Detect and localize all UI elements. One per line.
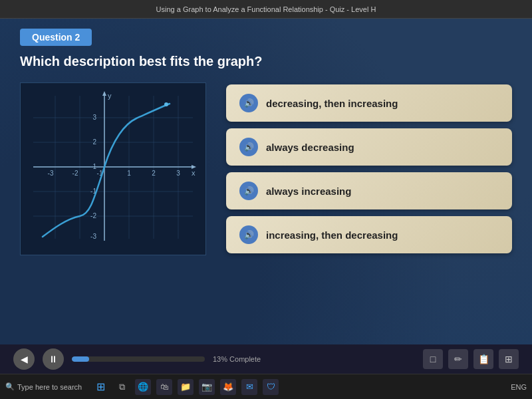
svg-text:-3: -3 <box>48 170 54 177</box>
taskbar-icon-explorer[interactable]: 📁 <box>178 379 194 395</box>
browser-title: Using a Graph to Analyze a Functional Re… <box>156 5 376 13</box>
question-text: Which description best fits the graph? <box>20 54 262 69</box>
taskbar-lang: ENG <box>511 383 527 391</box>
back-button[interactable]: ◀ <box>13 348 35 370</box>
progress-bar-container <box>72 356 205 362</box>
windows-taskbar: 🔍 Type here to search ⊞ ⧉ 🌐 🛍 📁 📷 🦊 ✉ 🛡 … <box>0 374 532 399</box>
taskbar-icon-shield[interactable]: 🛡 <box>263 379 279 395</box>
taskbar-icon-browser2[interactable]: 🦊 <box>220 379 236 395</box>
answer-text-1: decreasing, then increasing <box>266 98 398 109</box>
answer-button-3[interactable]: 🔊 always increasing <box>226 172 512 209</box>
speaker-icon-2: 🔊 <box>239 138 258 156</box>
taskbar-icon-mail[interactable]: ✉ <box>241 379 257 395</box>
speaker-icon-3: 🔊 <box>239 182 258 200</box>
speaker-icon-1: 🔊 <box>239 94 258 112</box>
answer-text-4: increasing, then decreasing <box>266 229 398 241</box>
svg-text:-2: -2 <box>72 170 78 177</box>
svg-text:3: 3 <box>176 170 180 177</box>
taskbar-icons: ⊞ ⧉ 🌐 🛍 📁 📷 🦊 ✉ 🛡 <box>92 379 279 395</box>
answer-button-1[interactable]: 🔊 decreasing, then increasing <box>226 84 512 122</box>
svg-text:-2: -2 <box>90 212 96 219</box>
graph-svg: x y -3 -2 -1 1 2 3 3 2 1 -1 -2 -3 <box>27 89 200 249</box>
taskbar-icon-windows[interactable]: ⊞ <box>92 379 108 395</box>
answer-text-2: always decreasing <box>266 142 354 153</box>
search-placeholder-text: Type here to search <box>17 383 82 391</box>
browser-title-bar: Using a Graph to Analyze a Functional Re… <box>0 0 532 19</box>
answers-container: 🔊 decreasing, then increasing 🔊 always d… <box>226 84 512 253</box>
answer-text-3: always increasing <box>266 186 351 197</box>
taskbar-icon-edge[interactable]: 🌐 <box>135 379 151 395</box>
progress-text: 13% Complete <box>213 355 261 363</box>
taskbar-icon-camera[interactable]: 📷 <box>199 379 215 395</box>
svg-text:-3: -3 <box>90 233 96 240</box>
main-content-area: Question 2 Which description best fits t… <box>0 19 532 344</box>
svg-text:2: 2 <box>92 138 96 146</box>
bottom-nav-bar: ◀ ⏸ 13% Complete □ ✏ 📋 ⊞ <box>0 344 532 374</box>
svg-text:2: 2 <box>152 170 156 177</box>
pause-button[interactable]: ⏸ <box>43 348 64 370</box>
graph-container: x y -3 -2 -1 1 2 3 3 2 1 -1 -2 -3 <box>20 82 206 255</box>
search-icon: 🔍 <box>5 382 15 391</box>
svg-text:1: 1 <box>127 170 131 177</box>
svg-text:y: y <box>108 92 112 100</box>
tool-button-1[interactable]: □ <box>423 349 443 369</box>
svg-text:x: x <box>192 169 196 177</box>
content-row: x y -3 -2 -1 1 2 3 3 2 1 -1 -2 -3 <box>20 82 512 255</box>
answer-button-4[interactable]: 🔊 increasing, then decreasing <box>226 216 512 253</box>
tool-button-2[interactable]: ✏ <box>448 349 468 369</box>
taskbar-search[interactable]: 🔍 Type here to search <box>5 382 82 391</box>
svg-point-29 <box>164 102 168 106</box>
answer-button-2[interactable]: 🔊 always decreasing <box>226 128 512 166</box>
question-label: Question 2 <box>20 29 92 46</box>
taskbar-icon-store[interactable]: 🛍 <box>156 379 172 395</box>
speaker-icon-4: 🔊 <box>239 225 258 244</box>
tool-button-3[interactable]: 📋 <box>473 349 493 369</box>
svg-text:1: 1 <box>92 163 96 170</box>
svg-marker-14 <box>102 91 106 96</box>
taskbar-icon-taskview[interactable]: ⧉ <box>114 379 130 395</box>
taskbar-right: ENG <box>511 383 527 391</box>
tool-button-4[interactable]: ⊞ <box>499 349 519 369</box>
svg-text:3: 3 <box>92 114 96 121</box>
progress-bar-fill <box>72 356 89 362</box>
